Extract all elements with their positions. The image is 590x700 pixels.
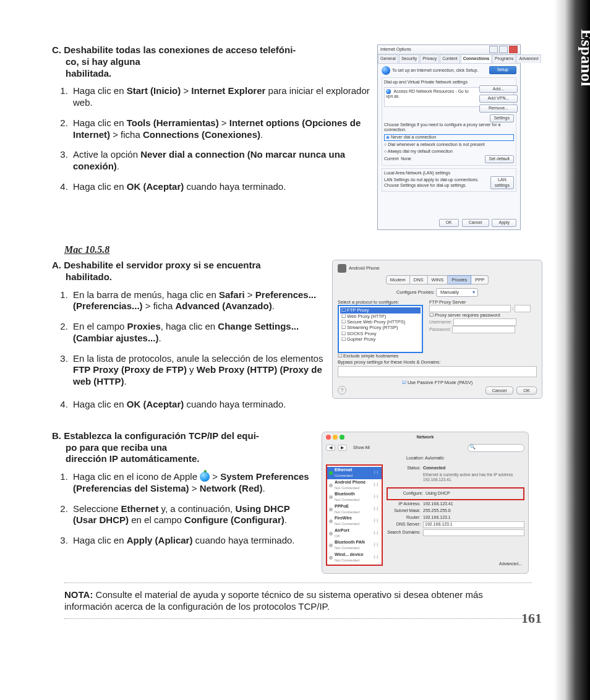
- advanced-button[interactable]: Advanced...: [499, 561, 522, 566]
- remove-button[interactable]: Remove...: [479, 105, 518, 113]
- show-all-button[interactable]: Show All: [349, 445, 374, 451]
- exclude-simple-checkbox[interactable]: ☐ Exclude simple hostnames: [338, 353, 423, 359]
- dns-label: DNS Server:: [387, 522, 421, 527]
- mac-subheading: Mac 10.5.8: [64, 244, 548, 256]
- status-led-icon: [329, 471, 333, 475]
- service-type-icon: ⟨·⟩: [374, 555, 380, 561]
- page-number: 161: [521, 610, 542, 627]
- location-select[interactable]: Automatic: [425, 456, 444, 460]
- list-c-item: Haga clic en OK (Aceptar) cuando haya te…: [71, 181, 370, 193]
- protocol-ftp[interactable]: FTP Proxy: [340, 307, 421, 313]
- service-row[interactable]: Bluetooth PANNot Connected⟨·⟩: [327, 539, 382, 552]
- protocol-list-label: Select a protocol to configure:: [338, 299, 423, 305]
- tab-proxies[interactable]: Proxies: [448, 275, 471, 284]
- apple-icon: [200, 472, 210, 482]
- apply-button[interactable]: Apply: [492, 219, 516, 227]
- password-input[interactable]: [452, 326, 515, 333]
- ok-button[interactable]: OK: [439, 219, 459, 227]
- protocol-socks[interactable]: SOCKS Proxy: [340, 331, 421, 336]
- tab-ppp[interactable]: PPP: [471, 275, 489, 284]
- tab-modem[interactable]: Modem: [386, 275, 410, 284]
- configure-proxies-label: Configure Proxies:: [396, 289, 435, 295]
- note-text: Consulte el material de ayuda y soporte …: [64, 589, 483, 612]
- help-icon[interactable]: ?: [338, 386, 346, 395]
- tab-security[interactable]: Security: [399, 54, 419, 63]
- ftp-port-input[interactable]: [515, 305, 531, 312]
- configure-proxies-select[interactable]: Manually: [436, 288, 478, 296]
- tab-wins[interactable]: WINS: [428, 275, 448, 284]
- current-label: Current: [384, 156, 398, 161]
- configure-select[interactable]: Using DHCP: [425, 491, 522, 497]
- setup-button[interactable]: Setup: [489, 66, 516, 74]
- service-list[interactable]: EthernetConnected⟨·⟩Android PhoneNot Con…: [326, 464, 383, 566]
- list-a: En la barra de menús, haga clic en Safar…: [48, 289, 323, 388]
- tab-privacy[interactable]: Privacy: [420, 54, 439, 63]
- settings-button[interactable]: Settings: [490, 114, 514, 122]
- section-b-letter: B.: [52, 430, 61, 441]
- tab-content[interactable]: Content: [440, 54, 460, 63]
- section-a-heading: A. Deshabilite el servidor proxy si se e…: [52, 260, 323, 283]
- bypass-input[interactable]: [338, 366, 537, 377]
- cancel-button[interactable]: Cancel: [462, 219, 489, 227]
- mask-label: Subnet Mask:: [387, 508, 421, 514]
- tab-advanced[interactable]: Advanced: [516, 54, 541, 63]
- requires-password-checkbox[interactable]: ☐ Proxy server requires password: [429, 312, 537, 318]
- status-led-icon: [329, 544, 333, 547]
- list-a-item: En la barra de menús, haga clic en Safar…: [71, 289, 323, 313]
- add-button[interactable]: Add...: [479, 85, 518, 93]
- protocol-http[interactable]: Web Proxy (HTTP): [340, 314, 421, 319]
- minimize-icon[interactable]: [333, 435, 338, 440]
- add-vpn-button[interactable]: Add VPN...: [479, 95, 518, 103]
- lan-group-label: Local Area Network (LAN) settings: [384, 171, 514, 176]
- search-domains-input[interactable]: [423, 529, 524, 536]
- status-value: Connected: [423, 466, 445, 471]
- close-icon[interactable]: [326, 435, 331, 440]
- minimize-icon[interactable]: [489, 46, 498, 53]
- tab-programs[interactable]: Programs: [492, 54, 516, 63]
- ftp-server-input[interactable]: [429, 305, 511, 312]
- service-type-icon: ⟨·⟩: [374, 506, 380, 513]
- radio-always-dial[interactable]: Always dial my default connection: [384, 149, 514, 155]
- service-row[interactable]: AirPortOff⟨·⟩: [327, 527, 382, 540]
- protocol-rtsp[interactable]: Streaming Proxy (RTSP): [340, 325, 421, 330]
- service-row[interactable]: Android PhoneNot Connected⟨·⟩: [327, 479, 382, 492]
- forward-button[interactable]: ▶: [338, 445, 347, 451]
- protocol-list[interactable]: FTP Proxy Web Proxy (HTTP) Secure Web Pr…: [338, 305, 423, 353]
- close-icon[interactable]: [509, 46, 518, 53]
- cancel-button[interactable]: Cancel: [485, 386, 513, 395]
- dns-input[interactable]: 192.168.123.1: [423, 521, 524, 528]
- status-led-icon: [329, 484, 333, 487]
- status-led-icon: [329, 556, 333, 560]
- section-c-letter: C.: [52, 45, 61, 55]
- list-c-item: Haga clic en Tools (Herramientas) > Inte…: [71, 117, 370, 141]
- connection-icon: [386, 89, 391, 94]
- service-row[interactable]: Wind... deviceNot Connected⟨·⟩: [327, 552, 382, 564]
- tab-dns[interactable]: DNS: [410, 275, 428, 284]
- set-default-button[interactable]: Set default: [485, 155, 514, 163]
- bypass-label: Bypass proxy settings for these Hosts & …: [338, 359, 537, 365]
- passive-ftp-checkbox[interactable]: Use Passive FTP Mode (PASV): [338, 380, 537, 385]
- vpn-item: Access RD Network Resources - Go to vpn.…: [386, 89, 469, 99]
- radio-dial-when[interactable]: Dial whenever a network connection is no…: [384, 142, 514, 148]
- ok-button[interactable]: OK: [516, 386, 537, 395]
- zoom-icon[interactable]: [340, 435, 344, 440]
- service-row[interactable]: BluetoothNot Connected⟨·⟩: [327, 491, 382, 503]
- maximize-icon[interactable]: [499, 46, 508, 53]
- lan-settings-button[interactable]: LAN settings: [490, 176, 514, 190]
- protocol-https[interactable]: Secure Web Proxy (HTTPS): [340, 319, 421, 325]
- service-row[interactable]: EthernetConnected⟨·⟩: [327, 467, 382, 479]
- configure-label: Configure:: [389, 491, 423, 497]
- username-input[interactable]: [453, 318, 516, 326]
- service-type-icon: ⟨·⟩: [374, 482, 380, 489]
- protocol-gopher[interactable]: Gopher Proxy: [340, 336, 421, 342]
- tab-general[interactable]: General: [378, 54, 398, 63]
- service-row[interactable]: FireWireNot Connected⟨·⟩: [327, 515, 382, 527]
- service-type-icon: ⟨·⟩: [374, 470, 380, 476]
- section-b-line2: po para que reciba una: [66, 442, 314, 454]
- tab-connections[interactable]: Connections: [461, 54, 492, 63]
- search-input[interactable]: [468, 444, 524, 452]
- back-button[interactable]: ◀: [326, 445, 335, 451]
- dialup-group-label: Dial-up and Virtual Private Network sett…: [384, 80, 514, 85]
- service-row[interactable]: PPPoENot Connected⟨·⟩: [327, 503, 382, 516]
- radio-never-dial[interactable]: Never dial a connection: [384, 134, 514, 141]
